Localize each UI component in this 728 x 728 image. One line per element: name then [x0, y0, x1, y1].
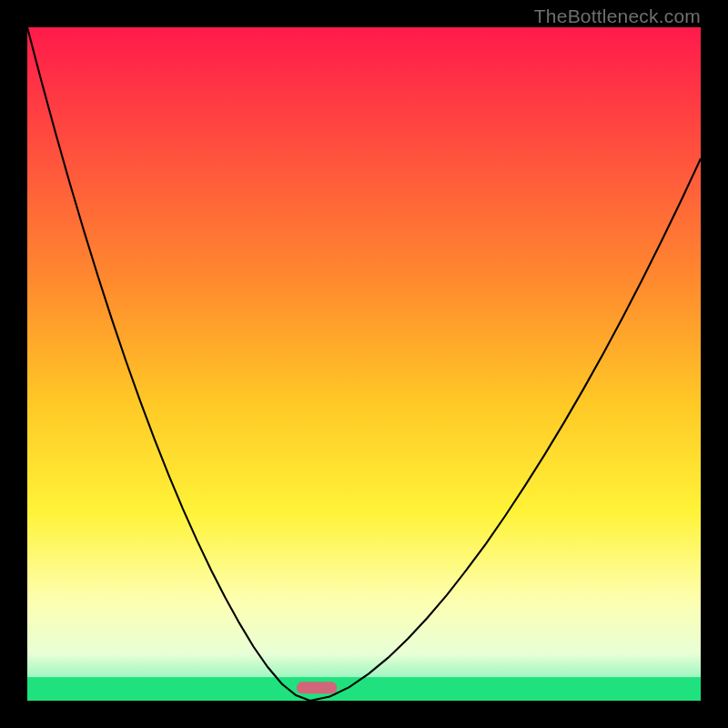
chart-frame [27, 27, 701, 701]
bottleneck-curve-chart [27, 27, 701, 701]
gradient-background [27, 27, 701, 701]
green-zone-band [27, 677, 701, 701]
watermark-text: TheBottleneck.com [534, 5, 701, 27]
optimal-point-marker [297, 682, 337, 693]
